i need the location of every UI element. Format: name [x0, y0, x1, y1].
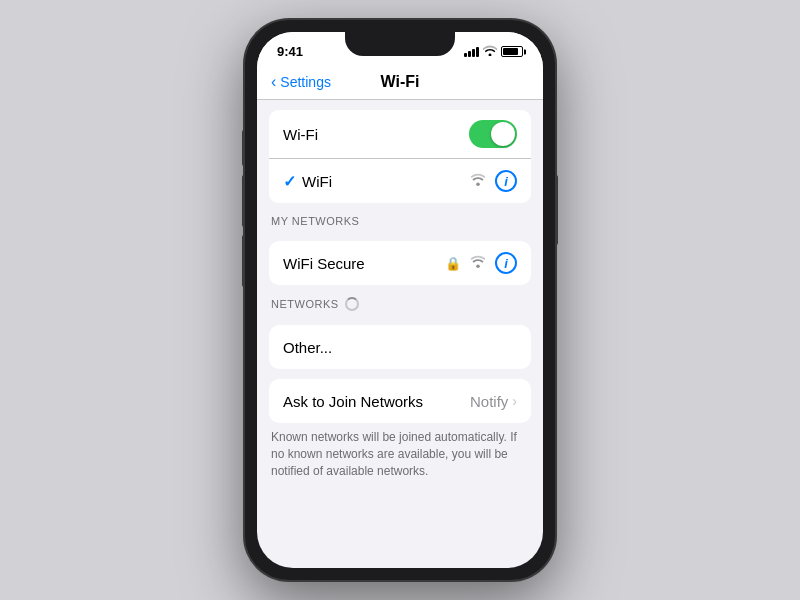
my-networks-group: WiFi Secure 🔒 i: [269, 241, 531, 285]
notch: [345, 32, 455, 56]
my-network-wifi-icon: [469, 254, 487, 272]
connected-network-name: WiFi: [302, 173, 469, 190]
lock-icon: 🔒: [445, 256, 461, 271]
signal-bar-4: [476, 47, 479, 57]
ask-to-join-footer: Known networks will be joined automatica…: [257, 423, 543, 479]
ask-to-join-chevron-icon: ›: [512, 393, 517, 409]
wifi-toggle[interactable]: [469, 120, 517, 148]
my-networks-header: MY NETWORKS: [257, 203, 543, 231]
page-title: Wi-Fi: [381, 73, 420, 91]
status-icons: [464, 45, 523, 58]
back-label: Settings: [280, 74, 331, 90]
ask-to-join-current-value: Notify: [470, 393, 508, 410]
connected-checkmark: ✓: [283, 172, 296, 191]
wifi-info-button[interactable]: i: [495, 170, 517, 192]
navigation-bar: ‹ Settings Wi-Fi: [257, 67, 543, 100]
wifi-signal-icon: [469, 172, 487, 190]
wifi-status-icon: [483, 45, 497, 58]
settings-content: Wi-Fi ✓ WiFi: [257, 100, 543, 568]
my-network-icons: 🔒 i: [445, 252, 517, 274]
my-networks-header-text: MY NETWORKS: [271, 215, 359, 227]
networks-group: Other...: [269, 325, 531, 369]
phone-frame: 9:41: [245, 20, 555, 580]
ask-to-join-value: Notify ›: [470, 393, 517, 410]
battery-fill: [503, 48, 518, 55]
volume-down-button[interactable]: [242, 235, 245, 287]
ask-to-join-row[interactable]: Ask to Join Networks Notify ›: [269, 379, 531, 423]
signal-bars: [464, 47, 479, 57]
other-network-row[interactable]: Other...: [269, 325, 531, 369]
toggle-knob: [491, 122, 515, 146]
battery-icon: [501, 46, 523, 57]
connected-network-icons: i: [469, 170, 517, 192]
ask-to-join-label: Ask to Join Networks: [283, 393, 470, 410]
my-network-name: WiFi Secure: [283, 255, 445, 272]
volume-up-button[interactable]: [242, 175, 245, 227]
wifi-toggle-row: Wi-Fi: [269, 110, 531, 159]
back-button[interactable]: ‹ Settings: [271, 73, 331, 91]
status-time: 9:41: [277, 44, 303, 59]
wifi-toggle-label: Wi-Fi: [283, 126, 469, 143]
power-button[interactable]: [555, 175, 558, 245]
signal-bar-1: [464, 53, 467, 57]
networks-header-text: NETWORKS: [271, 298, 339, 310]
connected-network-row[interactable]: ✓ WiFi i: [269, 159, 531, 203]
back-chevron-icon: ‹: [271, 73, 276, 91]
signal-bar-3: [472, 49, 475, 57]
signal-bar-2: [468, 51, 471, 57]
status-bar: 9:41: [257, 32, 543, 67]
my-network-row[interactable]: WiFi Secure 🔒 i: [269, 241, 531, 285]
wifi-toggle-group: Wi-Fi ✓ WiFi: [269, 110, 531, 203]
my-network-info-button[interactable]: i: [495, 252, 517, 274]
phone-screen: 9:41: [257, 32, 543, 568]
ask-to-join-group: Ask to Join Networks Notify ›: [269, 379, 531, 423]
networks-header: NETWORKS: [257, 285, 543, 315]
other-network-label: Other...: [283, 339, 517, 356]
networks-loading-spinner: [345, 297, 359, 311]
